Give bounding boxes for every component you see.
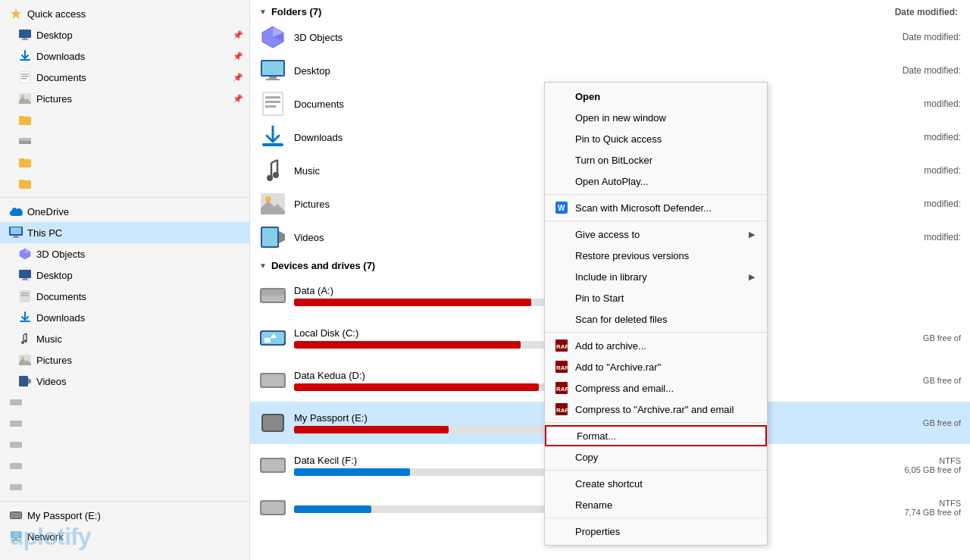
ctx-compress-rar-email[interactable]: RAR Compress to "Archive.rar" and email	[545, 399, 767, 420]
ctx-autoplay[interactable]: Open AutoPlay...	[545, 171, 767, 192]
ctx-format[interactable]: Format...	[545, 425, 767, 446]
sidebar-item-videos[interactable]: Videos	[0, 371, 249, 392]
ctx-bitlocker[interactable]: Turn on BitLocker	[545, 149, 767, 171]
ctx-scan-deleted-label: Scan for deleted files	[575, 314, 667, 325]
sidebar-item-onedrive[interactable]: OneDrive	[0, 201, 249, 222]
pin-icon-downloads: 📌	[233, 52, 243, 61]
svg-rect-33	[20, 377, 27, 386]
drive-unknown-meta: NTFS 7,74 GB free of	[870, 499, 961, 517]
sidebar-item-yellow3[interactable]	[0, 173, 249, 194]
svg-rect-21	[23, 278, 27, 280]
ctx-pin-start[interactable]: Pin to Start	[545, 287, 767, 308]
ctx-pin-quick[interactable]: Pin to Quick access	[545, 128, 767, 149]
star-icon	[9, 7, 23, 20]
svg-rect-57	[262, 143, 283, 146]
sidebar-item-documents2[interactable]: Documents	[0, 286, 249, 307]
ctx-open-label: Open	[575, 91, 600, 102]
ctx-create-shortcut[interactable]: Create shortcut	[545, 473, 767, 494]
drive-d-bar-wrap	[294, 383, 552, 391]
sidebar-item-yellow2[interactable]	[0, 152, 249, 173]
desktop-folder-icon	[259, 57, 286, 84]
sidebar-item-documents[interactable]: Documents 📌	[0, 67, 249, 88]
videos-icon	[18, 374, 32, 388]
svg-rect-43	[14, 538, 17, 540]
ctx-defender-icon: W	[554, 200, 569, 215]
drive-f-free: 6,05 GB free of	[870, 465, 961, 474]
ctx-format-icon	[555, 428, 571, 443]
sidebar-item-3dobjects[interactable]: 3D Objects	[0, 243, 249, 264]
sidebar-item-drive-line5[interactable]	[0, 477, 249, 498]
sidebar-item-yellow1[interactable]	[0, 109, 249, 130]
sidebar-item-desktop[interactable]: Desktop 📌	[0, 24, 249, 45]
sidebar-item-drive-line3[interactable]	[0, 434, 249, 455]
sidebar-item-drive-line2[interactable]	[0, 413, 249, 434]
ctx-copy-label: Copy	[575, 452, 598, 463]
sidebar-pictures2-label: Pictures	[36, 355, 72, 366]
sidebar-item-thispc[interactable]: This PC	[0, 222, 249, 243]
drive-c-bar-wrap	[294, 341, 552, 349]
ctx-properties[interactable]: Properties	[545, 521, 767, 542]
ctx-open[interactable]: Open	[545, 86, 767, 107]
folder-date-pictures: modified:	[924, 199, 961, 209]
sidebar: Quick access Desktop 📌 Downloads 📌 Docum…	[0, 0, 250, 560]
svg-rect-13	[19, 141, 31, 144]
drive-e-icon	[259, 409, 286, 436]
drive-unknown-bar-wrap	[294, 505, 552, 513]
folder-date-3dobjects: Date modified:	[903, 32, 961, 42]
sidebar-item-downloads2[interactable]: Downloads	[0, 307, 249, 328]
sidebar-item-desktop2[interactable]: Desktop	[0, 264, 249, 286]
folder-item-3dobjects[interactable]: 3D Objects Date modified:	[250, 20, 970, 54]
ctx-give-access-icon	[554, 227, 569, 242]
folders-section-header[interactable]: ▼ Folders (7) Date modified:	[250, 0, 970, 20]
ctx-add-archive-rar[interactable]: RAR Add to "Archive.rar"	[545, 356, 767, 377]
sidebar-item-downloads[interactable]: Downloads 📌	[0, 45, 249, 67]
ctx-include-library[interactable]: Include in library ▶	[545, 266, 767, 287]
sidebar-item-line1[interactable]	[0, 130, 249, 152]
svg-point-59	[267, 175, 273, 181]
sidebar-item-pictures2[interactable]: Pictures	[0, 349, 249, 371]
drive-unknown-bar	[294, 505, 371, 513]
drive-c-bar	[294, 341, 521, 349]
ctx-open-new-window[interactable]: Open in new window	[545, 107, 767, 128]
sidebar-item-drive-line1[interactable]	[0, 392, 249, 413]
ctx-compress-email-icon: RAR	[554, 380, 569, 396]
svg-rect-1	[19, 30, 31, 38]
svg-text:RAR: RAR	[556, 343, 568, 350]
drive-e-bar-wrap	[294, 426, 552, 433]
ctx-copy[interactable]: Copy	[545, 446, 767, 468]
ctx-format-label: Format...	[577, 430, 616, 442]
svg-rect-38	[10, 484, 22, 490]
sidebar-desktop-label: Desktop	[36, 30, 73, 41]
svg-rect-71	[261, 374, 284, 386]
ctx-rename[interactable]: Rename	[545, 494, 767, 515]
drive-a-bar-wrap	[294, 299, 552, 306]
ctx-scan-deleted[interactable]: Scan for deleted files	[545, 308, 767, 330]
ctx-defender-label: Scan with Microsoft Defender...	[575, 202, 712, 214]
devices-section-label: Devices and drives (7)	[271, 260, 375, 271]
ctx-compress-email[interactable]: RAR Compress and email...	[545, 377, 767, 399]
sidebar-separator-2	[0, 501, 249, 502]
ctx-restore[interactable]: Restore previous versions	[545, 245, 767, 266]
sidebar-item-mypassport[interactable]: My Passport (E:)	[0, 505, 249, 526]
sidebar-item-network[interactable]: Network	[0, 526, 249, 547]
sidebar-item-pictures[interactable]: Pictures 📌	[0, 88, 249, 109]
pin-icon-pictures: 📌	[233, 94, 243, 104]
svg-marker-64	[279, 231, 285, 243]
sidebar-item-quick-access[interactable]: Quick access	[0, 3, 249, 24]
svg-marker-32	[28, 378, 31, 384]
ctx-give-access[interactable]: Give access to ▶	[545, 224, 767, 245]
svg-rect-4	[20, 59, 30, 61]
ctx-restore-icon	[554, 248, 569, 263]
desktop2-icon	[18, 268, 32, 282]
svg-rect-54	[265, 96, 280, 99]
svg-rect-56	[265, 105, 276, 108]
folders-section-label: Folders (7)	[271, 6, 321, 17]
ctx-create-shortcut-icon	[554, 476, 569, 491]
ctx-add-archive[interactable]: RAR Add to archive...	[545, 335, 767, 356]
folder-name-pictures: Pictures	[294, 199, 330, 210]
ctx-defender[interactable]: W Scan with Microsoft Defender...	[545, 197, 767, 218]
sidebar-item-drive-line4[interactable]	[0, 455, 249, 477]
downloads-folder-icon	[259, 124, 286, 151]
sidebar-item-music[interactable]: Music	[0, 328, 249, 349]
documents-folder-icon	[259, 90, 286, 117]
